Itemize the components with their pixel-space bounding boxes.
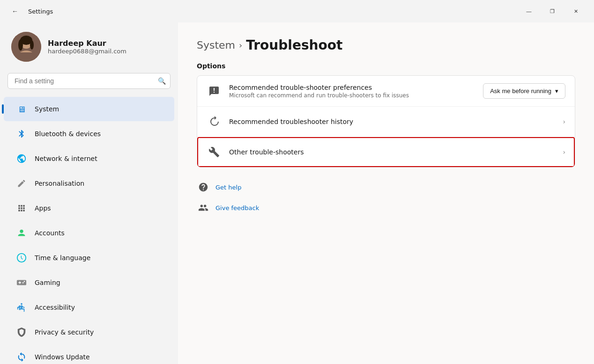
sidebar-nav: 🖥 System Bluetooth & devices Network & i… <box>0 96 178 364</box>
search-icon[interactable]: 🔍 <box>158 77 166 85</box>
recommended-history-icon <box>207 114 222 129</box>
sidebar-label-system: System <box>35 105 59 113</box>
sidebar-item-update[interactable]: Windows Update <box>4 345 174 364</box>
title-bar: ← Settings — ❐ ✕ <box>0 0 594 22</box>
close-button[interactable]: ✕ <box>565 4 587 19</box>
recommended-history-chevron: › <box>563 118 565 125</box>
svg-point-5 <box>18 39 23 51</box>
sidebar-item-time[interactable]: Time & language <box>4 246 174 270</box>
sidebar-item-system[interactable]: 🖥 System <box>4 97 174 121</box>
avatar-image <box>11 32 41 62</box>
window-title: Settings <box>28 8 53 15</box>
sidebar-item-privacy[interactable]: Privacy & security <box>4 320 174 344</box>
sidebar-label-apps: Apps <box>35 204 51 212</box>
accessibility-icon <box>15 301 28 314</box>
sidebar-item-network[interactable]: Network & internet <box>4 146 174 171</box>
apps-icon <box>15 202 28 215</box>
sidebar-label-update: Windows Update <box>35 353 90 361</box>
main-container: Hardeep Kaur hardeep0688@gmail.com 🔍 🖥 S… <box>0 22 594 364</box>
content-area: System › Troubleshoot Options Recommende… <box>178 22 594 364</box>
other-troubleshooters-text: Other trouble-shooters <box>229 148 555 156</box>
maximize-button[interactable]: ❐ <box>542 4 563 19</box>
search-input[interactable] <box>7 73 171 89</box>
update-icon <box>15 350 28 364</box>
bluetooth-icon <box>15 127 28 140</box>
user-info: Hardeep Kaur hardeep0688@gmail.com <box>48 39 126 55</box>
personalisation-icon <box>15 177 28 190</box>
sidebar-label-network: Network & internet <box>35 155 97 162</box>
sidebar-item-gaming[interactable]: Gaming <box>4 270 174 295</box>
recommended-prefs-subtitle: Microsoft can recommend and run trouble-… <box>229 92 475 99</box>
recommended-prefs-control: Ask me before running ▾ <box>483 83 565 99</box>
gaming-icon <box>15 276 28 289</box>
network-icon <box>15 152 28 165</box>
user-email: hardeep0688@gmail.com <box>48 48 126 55</box>
dropdown-label: Ask me before running <box>490 87 551 95</box>
avatar <box>11 32 41 62</box>
svg-point-9 <box>21 303 22 305</box>
recommended-prefs-text: Recommended trouble-shooter preferences … <box>229 84 475 99</box>
get-help-link[interactable]: Get help <box>197 179 575 196</box>
user-name: Hardeep Kaur <box>48 39 126 48</box>
breadcrumb-parent[interactable]: System <box>197 39 235 51</box>
back-button[interactable]: ← <box>7 4 22 19</box>
avatar-svg <box>11 32 41 62</box>
time-icon <box>15 251 28 264</box>
recommended-history-text: Recommended troubleshooter history <box>229 118 555 125</box>
options-card: Recommended trouble-shooter preferences … <box>197 75 575 167</box>
sidebar-label-accounts: Accounts <box>35 229 65 237</box>
breadcrumb-separator: › <box>239 40 242 50</box>
recommended-prefs-icon <box>207 84 222 99</box>
give-feedback-icon <box>197 201 210 214</box>
option-row-recommended-history[interactable]: Recommended troubleshooter history › <box>197 107 575 137</box>
sidebar-item-accounts[interactable]: Accounts <box>4 221 174 245</box>
option-row-recommended-prefs[interactable]: Recommended trouble-shooter preferences … <box>197 76 575 107</box>
option-row-other-troubleshooters[interactable]: Other trouble-shooters › <box>197 137 575 167</box>
sidebar-item-apps[interactable]: Apps <box>4 196 174 220</box>
sidebar-label-time: Time & language <box>35 254 90 262</box>
sidebar-label-bluetooth: Bluetooth & devices <box>35 130 101 138</box>
sidebar: Hardeep Kaur hardeep0688@gmail.com 🔍 🖥 S… <box>0 22 178 364</box>
breadcrumb: System › Troubleshoot <box>197 37 575 53</box>
user-profile: Hardeep Kaur hardeep0688@gmail.com <box>0 22 178 73</box>
recommended-prefs-title: Recommended trouble-shooter preferences <box>229 84 475 91</box>
sidebar-item-bluetooth[interactable]: Bluetooth & devices <box>4 122 174 146</box>
help-section: Get help Give feedback <box>197 179 575 216</box>
other-troubleshooters-chevron: › <box>563 148 565 156</box>
recommended-history-title: Recommended troubleshooter history <box>229 118 555 125</box>
other-troubleshooters-title: Other trouble-shooters <box>229 148 555 156</box>
get-help-icon <box>197 181 210 194</box>
give-feedback-link[interactable]: Give feedback <box>197 199 575 216</box>
minimize-button[interactable]: — <box>518 4 540 19</box>
get-help-label: Get help <box>215 184 241 191</box>
recommended-prefs-dropdown[interactable]: Ask me before running ▾ <box>483 83 565 99</box>
sidebar-item-personalisation[interactable]: Personalisation <box>4 171 174 196</box>
accounts-icon <box>15 226 28 240</box>
svg-point-6 <box>30 40 34 50</box>
give-feedback-label: Give feedback <box>215 204 259 211</box>
privacy-icon <box>15 326 28 339</box>
dropdown-arrow: ▾ <box>555 87 558 95</box>
title-bar-left: ← Settings <box>7 4 53 19</box>
sidebar-label-privacy: Privacy & security <box>35 328 94 336</box>
sidebar-label-personalisation: Personalisation <box>35 180 84 187</box>
search-box: 🔍 <box>7 73 171 89</box>
window-controls: — ❐ ✕ <box>518 4 587 19</box>
breadcrumb-current: Troubleshoot <box>246 37 342 53</box>
sidebar-item-accessibility[interactable]: Accessibility <box>4 295 174 320</box>
section-title: Options <box>197 62 575 70</box>
svg-point-7 <box>20 230 23 233</box>
system-icon: 🖥 <box>15 102 28 116</box>
other-troubleshooters-icon <box>207 145 222 160</box>
sidebar-label-accessibility: Accessibility <box>35 304 75 311</box>
svg-rect-3 <box>17 52 36 62</box>
sidebar-label-gaming: Gaming <box>35 279 60 286</box>
